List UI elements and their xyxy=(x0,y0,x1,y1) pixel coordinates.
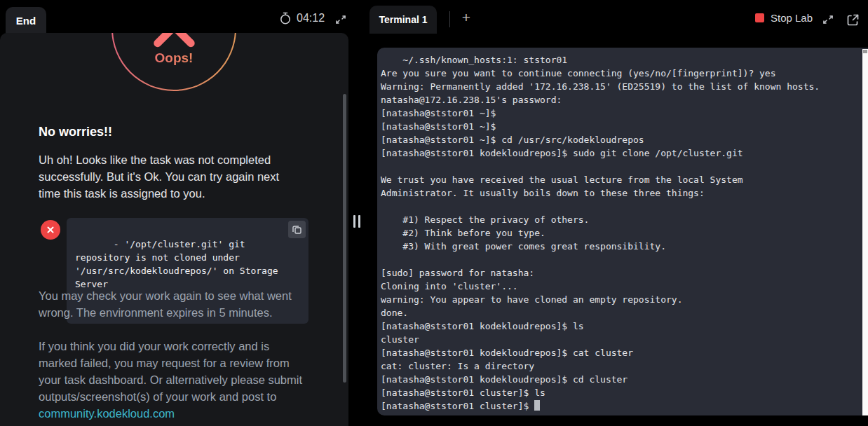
terminal-line: [natasha@ststor01 cluster]$ xyxy=(381,399,858,413)
terminal-line: natasha@172.16.238.15's password: xyxy=(381,93,858,106)
terminal-output: ~/.ssh/known_hosts:1: ststor01Are you su… xyxy=(381,53,858,413)
note-check-work: You may check your work again to see wha… xyxy=(39,287,304,321)
terminal-line: [natasha@ststor01 cluster]$ ls xyxy=(381,386,858,399)
expand-icon[interactable] xyxy=(334,13,347,26)
terminal-line xyxy=(381,253,858,266)
terminal-line: [sudo] password for natasha: xyxy=(381,266,858,280)
terminal-scrollbar-thumb[interactable] xyxy=(863,50,867,53)
panel-resize-handle[interactable] xyxy=(353,215,360,228)
end-tab-label: End xyxy=(16,15,36,27)
end-tab[interactable]: End xyxy=(6,7,46,34)
copy-button[interactable] xyxy=(288,221,306,238)
terminal-line: ~/.ssh/known_hosts:1: ststor01 xyxy=(381,53,858,67)
plus-icon: + xyxy=(462,9,470,26)
terminal-scrollbar[interactable] xyxy=(862,49,868,415)
terminal-line: [natasha@ststor01 ~]$ xyxy=(381,120,858,133)
new-terminal-button[interactable]: + xyxy=(457,8,475,27)
session-timer: 04:12 xyxy=(279,12,325,25)
terminal-window[interactable]: ~/.ssh/known_hosts:1: ststor01Are you su… xyxy=(377,48,868,415)
terminal-line: #2) Think before you type. xyxy=(381,226,858,240)
terminal-line: Cloning into 'cluster'... xyxy=(381,280,858,293)
terminal-line: warning: You appear to have cloned an em… xyxy=(381,293,858,306)
note-review: If you think you did your work correctly… xyxy=(39,338,304,422)
result-heading: No worries!! xyxy=(39,125,112,139)
left-panel-scrollbar[interactable] xyxy=(343,94,346,383)
terminal-line: #3) With great power comes great respons… xyxy=(381,240,858,253)
tab-separator xyxy=(449,11,450,27)
terminal-line: We trust you have received the usual lec… xyxy=(381,173,858,186)
note-review-text: If you think you did your work correctly… xyxy=(39,340,302,403)
terminal-line: [natasha@ststor01 kodekloudrepos]$ cat c… xyxy=(381,346,858,359)
terminal-line xyxy=(381,200,858,213)
terminal-line xyxy=(381,160,858,173)
terminal-line: [natasha@ststor01 kodekloudrepos]$ cd cl… xyxy=(381,373,858,386)
tab-terminal-1[interactable]: Terminal 1 xyxy=(369,6,437,34)
terminal-line: done. xyxy=(381,306,858,320)
terminal-line: [natasha@ststor01 ~]$ cd /usr/src/kodekl… xyxy=(381,133,858,146)
terminal-cursor xyxy=(534,400,540,411)
terminal-line: [natasha@ststor01 kodekloudrepos]$ sudo … xyxy=(381,146,858,160)
stopwatch-icon xyxy=(279,12,292,25)
stop-lab-button[interactable]: Stop Lab xyxy=(755,12,813,24)
expand-icon[interactable] xyxy=(822,13,834,26)
terminal-line: cluster xyxy=(381,333,858,346)
task-result-panel: Oops! No worries!! Uh oh! Looks like the… xyxy=(0,33,348,426)
terminal-line: #1) Respect the privacy of others. xyxy=(381,213,858,226)
terminal-line: [natasha@ststor01 ~]$ xyxy=(381,106,858,120)
app-window: End 04:12 Terminal 1 + Stop Lab xyxy=(0,0,868,426)
stop-lab-label: Stop Lab xyxy=(771,12,813,24)
terminal-line: cat: cluster: Is a directory xyxy=(381,359,858,373)
community-link[interactable]: community.kodekloud.com xyxy=(39,407,175,420)
terminal-line: Warning: Permanently added '172.16.238.1… xyxy=(381,80,858,93)
timer-value: 04:12 xyxy=(297,12,325,25)
result-message: Uh oh! Looks like the task was not compl… xyxy=(39,151,304,202)
error-detail-text: - '/opt/cluster.git' git repository is n… xyxy=(75,239,283,289)
oops-label: Oops! xyxy=(111,50,236,66)
error-x-icon xyxy=(41,220,60,240)
terminal-line: [natasha@ststor01 kodekloudrepos]$ ls xyxy=(381,320,858,333)
terminal-line: Administrator. It usually boils down to … xyxy=(381,186,858,200)
stop-square-icon xyxy=(755,13,764,22)
terminal-line: Are you sure you want to continue connec… xyxy=(381,67,858,80)
terminal-tab-label: Terminal 1 xyxy=(379,14,428,25)
external-link-icon[interactable] xyxy=(846,13,860,27)
